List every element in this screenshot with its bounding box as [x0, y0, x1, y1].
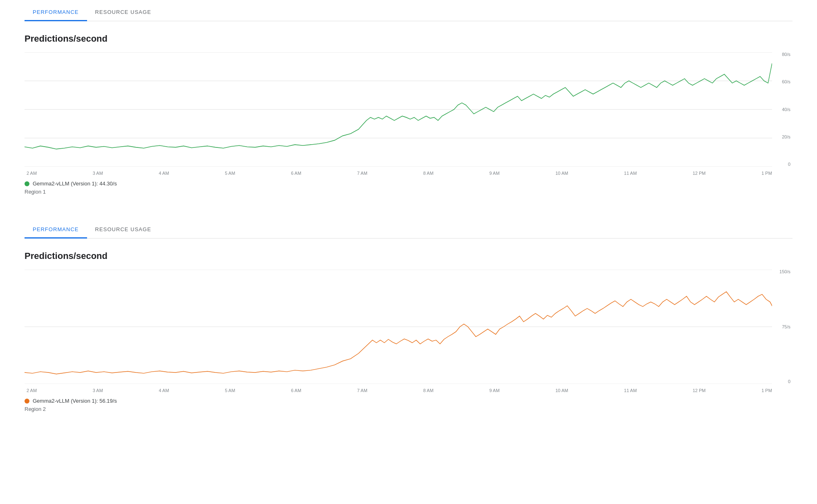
- chart-svg-element-region1: [25, 52, 772, 167]
- region1-label: Region 1: [25, 189, 792, 195]
- y-label-40: 40/s: [782, 107, 790, 112]
- y-label-0: 0: [788, 162, 790, 167]
- x-label: 11 AM: [624, 171, 637, 176]
- chart-area-region1: 80/s 60/s 40/s 20/s 0: [25, 52, 792, 167]
- y-label-20: 20/s: [782, 135, 790, 139]
- x-label: 9 AM: [489, 171, 499, 176]
- chart-title-region2: Predictions/second: [25, 251, 792, 261]
- x-label: 7 AM: [357, 388, 367, 393]
- x-label: 9 AM: [489, 388, 499, 393]
- y-label-150: 150/s: [779, 270, 790, 274]
- x-label: 4 AM: [159, 171, 169, 176]
- y-label-75: 75/s: [782, 325, 790, 329]
- legend-region2: Gemma2-vLLM (Version 1): 56.19/s: [25, 398, 792, 404]
- chart-svg-region1: [25, 52, 772, 167]
- tab-performance-region1[interactable]: PERFORMANCE: [25, 4, 87, 21]
- x-label: 2 AM: [27, 171, 37, 176]
- x-label: 1 PM: [761, 171, 772, 176]
- tab-resource-usage-region2[interactable]: RESOURCE USAGE: [87, 221, 159, 239]
- page: PERFORMANCE RESOURCE USAGE Predictions/s…: [0, 0, 817, 504]
- x-label: 8 AM: [423, 388, 434, 393]
- x-label: 12 PM: [693, 171, 706, 176]
- y-label-60: 60/s: [782, 80, 790, 84]
- x-axis-region1: 2 AM 3 AM 4 AM 5 AM 6 AM 7 AM 8 AM 9 AM …: [25, 171, 792, 176]
- legend-text-region2: Gemma2-vLLM (Version 1): 56.19/s: [33, 398, 117, 404]
- x-label: 3 AM: [93, 388, 103, 393]
- y-axis-region1: 80/s 60/s 40/s 20/s 0: [772, 52, 792, 167]
- chart-wrapper-region1: [25, 52, 772, 167]
- x-label: 4 AM: [159, 388, 169, 393]
- region1-section: PERFORMANCE RESOURCE USAGE Predictions/s…: [25, 0, 792, 209]
- x-axis-region2: 2 AM 3 AM 4 AM 5 AM 6 AM 7 AM 8 AM 9 AM …: [25, 388, 792, 393]
- y-label-80: 80/s: [782, 52, 790, 57]
- chart-svg-element-region2: [25, 270, 772, 384]
- y-axis-region2: 150/s 75/s 0: [772, 270, 792, 384]
- chart-title-region1: Predictions/second: [25, 33, 792, 44]
- x-label: 7 AM: [357, 171, 367, 176]
- region2-label: Region 2: [25, 406, 792, 412]
- x-label: 5 AM: [225, 171, 235, 176]
- x-label: 1 PM: [761, 388, 772, 393]
- tab-performance-region2[interactable]: PERFORMANCE: [25, 221, 87, 239]
- x-label: 8 AM: [423, 171, 434, 176]
- region2-tabs: PERFORMANCE RESOURCE USAGE: [25, 221, 792, 239]
- chart-wrapper-region2: [25, 270, 772, 384]
- x-label: 10 AM: [555, 388, 568, 393]
- legend-dot-region2: [25, 399, 29, 404]
- region2-section: PERFORMANCE RESOURCE USAGE Predictions/s…: [25, 217, 792, 426]
- x-label: 12 PM: [693, 388, 706, 393]
- x-label: 6 AM: [291, 388, 301, 393]
- tab-resource-usage-region1[interactable]: RESOURCE USAGE: [87, 4, 159, 21]
- chart-svg-region2: [25, 270, 772, 384]
- x-label: 10 AM: [555, 171, 568, 176]
- y-label-0-r2: 0: [788, 379, 790, 384]
- legend-dot-region1: [25, 181, 29, 186]
- legend-text-region1: Gemma2-vLLM (Version 1): 44.30/s: [33, 181, 117, 187]
- chart-area-region2: 150/s 75/s 0: [25, 270, 792, 384]
- x-label: 11 AM: [624, 388, 637, 393]
- x-label: 6 AM: [291, 171, 301, 176]
- region1-tabs: PERFORMANCE RESOURCE USAGE: [25, 4, 792, 21]
- legend-region1: Gemma2-vLLM (Version 1): 44.30/s: [25, 181, 792, 187]
- x-label: 3 AM: [93, 171, 103, 176]
- x-label: 2 AM: [27, 388, 37, 393]
- x-label: 5 AM: [225, 388, 235, 393]
